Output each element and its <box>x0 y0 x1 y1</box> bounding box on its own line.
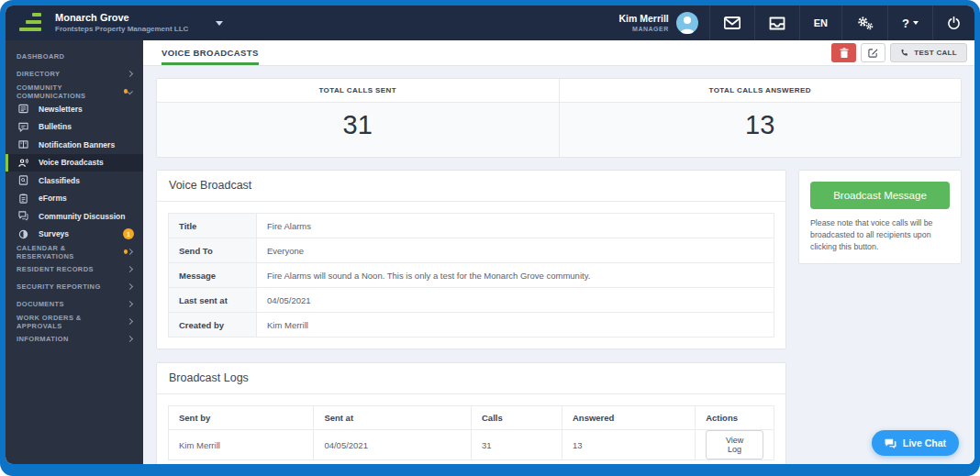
user-menu[interactable]: Kim Merrill MANAGER <box>606 6 709 40</box>
table-row: Last sent at 04/05/2021 <box>169 288 774 313</box>
help-caret-icon <box>913 21 919 25</box>
sidebar-item-eforms[interactable]: eForms <box>6 190 143 208</box>
page-tabbar: VOICE BROADCASTS <box>143 40 974 66</box>
surveys-count-badge: 1 <box>123 228 134 239</box>
tab-voice-broadcasts[interactable]: VOICE BROADCASTS <box>161 40 259 65</box>
test-call-label: TEST CALL <box>914 49 957 57</box>
community-dropdown-caret-icon[interactable] <box>216 21 223 26</box>
company-name: Frontsteps Property Management LLC <box>55 25 188 34</box>
sidebar-item-newsletters[interactable]: Newsletters <box>6 100 143 118</box>
chevron-right-icon <box>127 318 133 325</box>
field-label: Last sent at <box>169 288 257 313</box>
table-row: Message Fire Alarms will sound a Noon. T… <box>169 263 774 288</box>
top-header-bar: Monarch Grove Frontsteps Property Manage… <box>6 6 974 40</box>
chevron-right-icon <box>127 249 133 255</box>
sidebar-item-bulletins[interactable]: Bulletins <box>6 118 143 137</box>
logout-button[interactable] <box>932 6 974 40</box>
language-button[interactable]: EN <box>799 6 841 40</box>
banner-icon <box>18 139 29 150</box>
table-row: Send To Everyone <box>169 238 774 263</box>
field-label: Title <box>169 214 257 238</box>
edit-broadcast-button[interactable] <box>861 43 885 62</box>
mail-icon <box>724 17 741 29</box>
field-label: Created by <box>169 313 257 338</box>
discussion-icon <box>18 211 29 222</box>
sidebar-item-information[interactable]: INFORMATION <box>6 330 143 348</box>
voice-broadcast-details-table: Title Fire Alarms Send To Everyone <box>168 213 774 338</box>
view-log-button[interactable]: View Log <box>706 430 763 459</box>
panel-title: Voice Broadcast <box>157 171 785 202</box>
field-value: Fire Alarms will sound a Noon. This is o… <box>257 263 774 288</box>
gears-icon <box>856 16 874 30</box>
phone-icon <box>900 49 908 57</box>
sidebar-item-work-orders[interactable]: WORK ORDERS & APPROVALS <box>6 313 143 330</box>
column-header: Actions <box>696 406 774 430</box>
column-header: Answered <box>562 406 695 430</box>
chat-icon <box>885 438 896 448</box>
field-label: Send To <box>169 238 257 263</box>
sidebar-item-voice-broadcasts[interactable]: Voice Broadcasts <box>6 154 143 172</box>
screenshot-frame: Monarch Grove Frontsteps Property Manage… <box>0 0 980 476</box>
app-window: Monarch Grove Frontsteps Property Manage… <box>6 6 974 464</box>
table-header-row: Sent by Sent at Calls Answered Actions <box>169 406 774 430</box>
sidebar-item-dashboard[interactable]: DASHBOARD <box>6 48 143 65</box>
sidebar-item-community-communications[interactable]: COMMUNITY COMMUNICATIONS <box>6 83 143 100</box>
sidebar-item-community-discussion[interactable]: Community Discussion <box>6 207 143 226</box>
field-value: Everyone <box>257 238 774 263</box>
inbox-button[interactable] <box>754 6 799 40</box>
classifieds-icon <box>18 175 29 186</box>
test-call-button[interactable]: TEST CALL <box>890 43 967 62</box>
chevron-right-icon <box>127 336 133 342</box>
sidebar-item-directory[interactable]: DIRECTORY <box>6 65 143 83</box>
sidebar-item-classifieds[interactable]: Classifieds <box>6 172 143 190</box>
frontsteps-logo-icon <box>17 12 41 34</box>
voice-broadcast-icon <box>18 157 29 168</box>
page-content: TOTAL CALLS SENT 31 TOTAL CALLS ANSWERED… <box>143 66 974 464</box>
live-chat-label: Live Chat <box>903 437 946 448</box>
chevron-down-icon <box>127 88 133 94</box>
chevron-right-icon <box>127 71 133 77</box>
community-name: Monarch Grove <box>55 12 188 25</box>
delete-broadcast-button[interactable] <box>831 43 856 62</box>
stat-value: 13 <box>560 103 962 157</box>
column-header: Sent at <box>314 406 472 430</box>
newspaper-icon <box>18 104 29 115</box>
sidebar-item-surveys[interactable]: Surveys 1 <box>6 226 143 244</box>
chevron-right-icon <box>127 283 133 290</box>
live-chat-button[interactable]: Live Chat <box>872 430 959 456</box>
table-row: Title Fire Alarms <box>169 214 774 238</box>
sidebar-item-documents[interactable]: DOCUMENTS <box>6 295 143 313</box>
log-calls: 31 <box>471 430 562 460</box>
broadcast-logs-table: Sent by Sent at Calls Answered Actions <box>168 405 774 460</box>
call-stats-card: TOTAL CALLS SENT 31 TOTAL CALLS ANSWERED… <box>156 78 962 158</box>
sidebar-item-resident-records[interactable]: RESIDENT RECORDS <box>6 260 143 278</box>
table-row: Created by Kim Merrill <box>169 313 774 338</box>
sidebar-item-security-reporting[interactable]: SECURITY REPORTING <box>6 278 143 295</box>
column-header: Calls <box>471 406 562 430</box>
sidebar-item-calendar-reservations[interactable]: CALENDAR & RESERVATIONS <box>6 243 143 260</box>
power-icon <box>947 17 961 30</box>
avatar[interactable] <box>676 12 698 34</box>
voice-broadcast-panel: Voice Broadcast Title Fire Alarms <box>156 170 786 349</box>
broadcast-note-text: Please note that voice calls will be bro… <box>810 217 950 254</box>
panel-title: Broadcast Logs <box>157 363 785 394</box>
messages-button[interactable] <box>709 6 754 40</box>
field-value: Kim Merrill <box>257 313 774 338</box>
log-sent-at: 04/05/2021 <box>314 430 472 460</box>
help-menu-button[interactable]: ? <box>887 6 932 40</box>
broadcast-logs-panel: Broadcast Logs Sent by Sent at Calls Ans <box>156 362 786 464</box>
person-icon <box>676 12 698 34</box>
sidebar-nav: DASHBOARD DIRECTORY COMMUNITY COMMUNICAT… <box>6 40 143 464</box>
bulletin-icon <box>18 121 29 132</box>
sidebar-item-notification-banners[interactable]: Notification Banners <box>6 136 143 154</box>
inbox-tray-icon <box>769 17 785 30</box>
broadcast-message-button[interactable]: Broadcast Message <box>810 182 950 209</box>
community-switcher[interactable]: Monarch Grove Frontsteps Property Manage… <box>6 12 223 34</box>
stat-label: TOTAL CALLS SENT <box>157 79 559 103</box>
stat-label: TOTAL CALLS ANSWERED <box>560 79 962 103</box>
broadcast-action-panel: Broadcast Message Please note that voice… <box>798 170 962 264</box>
field-value: Fire Alarms <box>257 214 774 238</box>
settings-button[interactable] <box>841 6 887 40</box>
chevron-right-icon <box>127 266 133 272</box>
language-label: EN <box>814 17 828 28</box>
